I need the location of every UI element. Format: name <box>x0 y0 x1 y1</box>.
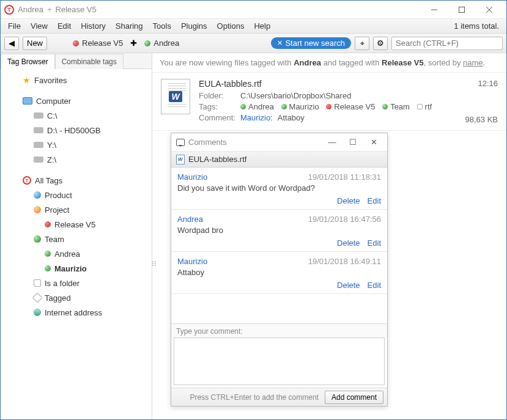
comment-text: Wordpad bro <box>177 226 381 235</box>
add-tag-icon[interactable]: ✚ <box>130 39 137 48</box>
comments-title-bar: Comments — ☐ ✕ <box>171 133 387 152</box>
toolbar: ◀ New Release V5 ✚ Andrea ✕Start new sea… <box>1 34 506 53</box>
start-new-search-button[interactable]: ✕Start new search <box>271 37 351 49</box>
gear-icon: ⚙ <box>377 39 384 48</box>
sidebar-computer[interactable]: Computer <box>1 94 152 108</box>
comment-input[interactable] <box>174 337 385 385</box>
items-total-label: 1 items total. <box>454 21 504 31</box>
red-dot-icon <box>45 221 51 227</box>
orange-dot-icon <box>34 206 41 213</box>
file-time: 12:16 <box>465 79 498 88</box>
sidebar-tree: ★Favorites Computer C:\ D:\ - HD500GB Y:… <box>1 69 152 419</box>
file-comment-author[interactable]: Maurizio: <box>240 113 273 122</box>
file-row[interactable]: W EULA-tabbles.rtf Folder:C:\Users\bario… <box>152 73 506 131</box>
sidebar-release-v5[interactable]: Release V5 <box>1 217 152 232</box>
comment-author[interactable]: Maurizio <box>177 257 207 266</box>
comment-text: Did you save it with Word or Wordpad? <box>177 183 381 193</box>
red-dot-icon <box>73 40 79 46</box>
sidebar-internet-address[interactable]: Internet address <box>1 305 152 320</box>
comment-time: 19/01/2018 16:49:11 <box>308 257 381 266</box>
location-tag-andrea[interactable]: Andrea <box>141 39 183 48</box>
sidebar: Tag Browser Combinable tags ★Favorites C… <box>1 53 152 419</box>
green-dot-icon <box>45 265 51 271</box>
file-info: EULA-tabbles.rtf Folder:C:\Users\bario\D… <box>199 79 457 124</box>
comment-author[interactable]: Maurizio <box>177 172 207 182</box>
sidebar-andrea[interactable]: Andrea <box>1 246 152 261</box>
sidebar-is-folder[interactable]: Is a folder <box>1 276 152 290</box>
comment-delete-link[interactable]: Delete <box>337 238 360 248</box>
sidebar-drive-y[interactable]: Y:\ <box>1 138 152 152</box>
sidebar-all-tags[interactable]: TAll Tags <box>1 173 152 188</box>
comment-edit-link[interactable]: Edit <box>368 281 381 290</box>
svg-rect-1 <box>459 7 464 12</box>
splitter-handle[interactable]: • •• •• • <box>152 261 156 268</box>
sidebar-tabs: Tag Browser Combinable tags <box>1 53 152 69</box>
comment-edit-link[interactable]: Edit <box>368 238 381 248</box>
comment-item: Andrea19/01/2018 16:47:56 Wordpad bro De… <box>171 210 387 252</box>
checkbox-icon <box>34 279 41 287</box>
menu-history[interactable]: History <box>76 20 110 32</box>
menu-plugins[interactable]: Plugins <box>176 20 212 32</box>
comments-minimize-button[interactable]: — <box>324 138 341 147</box>
back-button[interactable]: ◀ <box>4 37 19 50</box>
settings-button[interactable]: ⚙ <box>373 37 388 50</box>
drive-icon <box>34 157 43 163</box>
menu-tools[interactable]: Tools <box>148 20 176 32</box>
location-tag-release[interactable]: Release V5 <box>69 39 127 48</box>
title-tag-2: Release V5 <box>56 5 97 14</box>
monitor-icon <box>23 97 32 105</box>
speech-bubble-icon <box>176 139 185 146</box>
green-dot-icon <box>34 235 41 243</box>
sidebar-drive-c[interactable]: C:\ <box>1 108 152 123</box>
search-input[interactable] <box>391 37 503 50</box>
comment-author[interactable]: Andrea <box>177 215 203 224</box>
menu-help[interactable]: Help <box>249 20 275 32</box>
menu-edit[interactable]: Edit <box>53 20 76 32</box>
main-area: You are now viewing files tagged with An… <box>152 53 506 419</box>
window-minimize-button[interactable] <box>420 1 448 18</box>
add-comment-button[interactable]: Add comment <box>325 391 383 404</box>
menu-sharing[interactable]: Sharing <box>111 20 148 32</box>
comments-maximize-button[interactable]: ☐ <box>344 138 361 147</box>
comment-item: Maurizio19/01/2018 11:18:31 Did you save… <box>171 168 387 210</box>
sidebar-project[interactable]: Project <box>1 202 152 217</box>
title-tag-1: Andrea <box>18 5 43 14</box>
file-size: 98,63 KB <box>465 115 498 124</box>
sort-link[interactable]: name <box>463 58 483 67</box>
title-bar: T Andrea + Release V5 <box>1 1 506 19</box>
comments-close-button[interactable]: ✕ <box>365 138 382 147</box>
sidebar-maurizio[interactable]: Maurizio <box>1 261 152 276</box>
sidebar-tagged[interactable]: Tagged <box>1 290 152 305</box>
sidebar-favorites[interactable]: ★Favorites <box>1 73 152 87</box>
file-small-icon <box>176 155 185 164</box>
tag-icon <box>32 293 43 303</box>
all-tags-icon: T <box>23 176 31 185</box>
file-name: EULA-tabbles.rtf <box>199 79 457 89</box>
globe-icon <box>34 309 41 316</box>
new-button[interactable]: New <box>23 37 47 50</box>
menu-file[interactable]: File <box>3 20 26 32</box>
star-icon: ★ <box>23 75 31 85</box>
tab-tag-browser[interactable]: Tag Browser <box>1 54 55 69</box>
tab-combinable-tags[interactable]: Combinable tags <box>55 54 124 69</box>
sidebar-team[interactable]: Team <box>1 232 152 246</box>
window-maximize-button[interactable] <box>448 1 475 18</box>
comment-delete-link[interactable]: Delete <box>337 196 360 205</box>
green-dot-icon <box>144 40 150 46</box>
comment-time: 19/01/2018 16:47:56 <box>308 215 381 224</box>
menu-options[interactable]: Options <box>212 20 250 32</box>
comment-delete-link[interactable]: Delete <box>337 281 360 290</box>
comment-hint: Press CTRL+Enter to add the comment <box>190 393 319 402</box>
menu-view[interactable]: View <box>26 20 53 32</box>
comment-edit-link[interactable]: Edit <box>368 196 381 205</box>
window-close-button[interactable] <box>475 1 503 18</box>
app-logo-icon: T <box>4 5 14 15</box>
comments-footer: Press CTRL+Enter to add the comment Add … <box>171 388 387 406</box>
sidebar-drive-z[interactable]: Z:\ <box>1 152 152 167</box>
focus-search-button[interactable]: ⌖ <box>355 37 369 50</box>
sidebar-product[interactable]: Product <box>1 188 152 202</box>
menu-bar: File View Edit History Sharing Tools Plu… <box>1 19 506 34</box>
green-dot-icon <box>45 251 51 257</box>
sidebar-drive-d[interactable]: D:\ - HD500GB <box>1 123 152 138</box>
comments-list: Maurizio19/01/2018 11:18:31 Did you save… <box>171 168 387 323</box>
